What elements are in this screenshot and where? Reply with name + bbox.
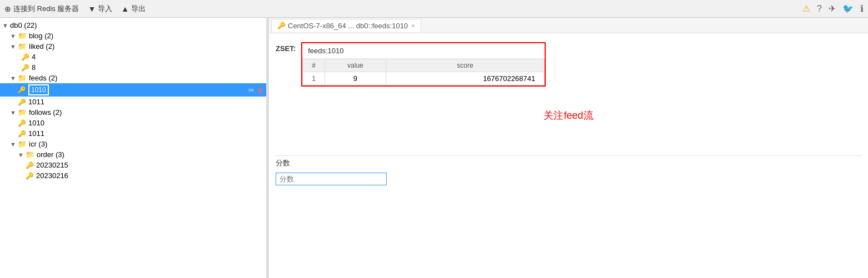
key-icon-order-2: 🔑 xyxy=(26,172,34,180)
score-section-label: 分数 xyxy=(276,155,861,170)
import-button[interactable]: ▼ 导入 xyxy=(88,4,112,14)
sidebar-item-order[interactable]: ▼ 📁 order (3) xyxy=(0,149,266,160)
key-icon-order-1: 🔑 xyxy=(26,161,34,169)
folder-icon-follows: 📁 xyxy=(18,108,27,117)
sidebar: ▼ db0 (22) ▼ 📁 blog (2) ▼ 📁 liked (2) 🔑 … xyxy=(0,18,267,278)
edit-icon-feeds-1010[interactable]: ✏ xyxy=(248,86,255,94)
folder-icon-order: 📁 xyxy=(26,150,34,159)
follows-label: follows (2) xyxy=(29,108,264,117)
import-label: 导入 xyxy=(98,4,112,14)
key-icon-feeds-1010: 🔑 xyxy=(18,86,26,94)
key-icon-liked-8: 🔑 xyxy=(21,64,29,72)
col-value: value xyxy=(325,59,386,72)
arrow-icr: ▼ xyxy=(10,141,18,148)
tab-bar: 🔑 CentOS-7-x86_64 ... db0::feeds:1010 × xyxy=(269,18,868,33)
annotation-text: 关注feed流 xyxy=(276,109,861,122)
row-score: 1676702268741 xyxy=(386,72,544,85)
export-icon: ▲ xyxy=(121,4,129,13)
warning-icon[interactable]: ⚠ xyxy=(802,3,810,14)
arrow-db0: ▼ xyxy=(2,22,10,29)
zset-wrapper: ZSET: feeds:1010 # value score xyxy=(276,38,861,87)
score-input[interactable] xyxy=(276,173,387,185)
order-key1-label: 20230215 xyxy=(36,161,264,169)
sidebar-item-follows-1011[interactable]: 🔑 1011 xyxy=(0,128,266,139)
row-value[interactable]: 9 xyxy=(325,72,386,85)
sidebar-item-blog[interactable]: ▼ 📁 blog (2) xyxy=(0,31,266,41)
delete-icon-feeds-1010[interactable]: 🗑 xyxy=(257,86,264,94)
sidebar-item-icr[interactable]: ▼ 📁 icr (3) xyxy=(0,139,266,149)
help-icon[interactable]: ? xyxy=(817,4,822,14)
export-label: 导出 xyxy=(131,4,146,14)
import-icon: ▼ xyxy=(88,4,96,13)
sidebar-item-liked-4[interactable]: 🔑 4 xyxy=(0,52,266,62)
connect-label: 连接到 Redis 服务器 xyxy=(13,4,79,14)
toolbar-right: ⚠ ? ✈ 🐦 ℹ xyxy=(802,3,864,14)
key-icon-feeds-1011: 🔑 xyxy=(18,98,26,106)
main-layout: ▼ db0 (22) ▼ 📁 blog (2) ▼ 📁 liked (2) 🔑 … xyxy=(0,18,868,278)
liked-key2-label: 8 xyxy=(32,63,264,72)
col-score: score xyxy=(386,59,544,72)
toolbar: ⊕ 连接到 Redis 服务器 ▼ 导入 ▲ 导出 ⚠ ? ✈ 🐦 ℹ xyxy=(0,0,868,18)
sidebar-item-feeds-1011[interactable]: 🔑 1011 xyxy=(0,97,266,107)
zset-key-name: feeds:1010 xyxy=(308,47,343,55)
folder-icon-icr: 📁 xyxy=(18,140,27,148)
table-row: 1 9 1676702268741 xyxy=(303,72,545,85)
key-icon-liked-4: 🔑 xyxy=(21,53,29,61)
liked-label: liked (2) xyxy=(29,42,264,50)
order-key2-label: 20230216 xyxy=(36,171,264,180)
folder-icon-liked: 📁 xyxy=(18,42,27,50)
tab-key-icon: 🔑 xyxy=(277,22,286,29)
order-label: order (3) xyxy=(37,150,264,159)
folder-icon-blog: 📁 xyxy=(18,32,27,40)
feeds-label: feeds (2) xyxy=(29,74,264,82)
row-num: 1 xyxy=(303,72,325,85)
sidebar-item-follows-1010[interactable]: 🔑 1010 xyxy=(0,118,266,128)
content-panel: 🔑 CentOS-7-x86_64 ... db0::feeds:1010 × … xyxy=(269,18,868,278)
tab-close-button[interactable]: × xyxy=(411,22,415,29)
export-button[interactable]: ▲ 导出 xyxy=(121,4,146,14)
telegram-icon[interactable]: ✈ xyxy=(829,3,836,14)
key-icon-follows-1011: 🔑 xyxy=(18,130,26,138)
sidebar-item-follows[interactable]: ▼ 📁 follows (2) xyxy=(0,107,266,118)
arrow-feeds: ▼ xyxy=(10,75,18,82)
arrow-liked: ▼ xyxy=(10,43,18,50)
connect-icon: ⊕ xyxy=(4,4,11,13)
feeds-1010-box: 1010 xyxy=(28,84,49,95)
follows-key1-label: 1010 xyxy=(28,119,264,127)
tree-actions-feeds-1010: ✏ 🗑 xyxy=(248,86,264,94)
feeds-key2-label: 1011 xyxy=(28,98,264,106)
follows-key2-label: 1011 xyxy=(28,129,264,138)
zset-type-label-container: ZSET: xyxy=(276,38,301,53)
db0-label: db0 (22) xyxy=(10,21,37,29)
tab-label: CentOS-7-x86_64 ... db0::feeds:1010 xyxy=(288,22,408,30)
twitter-icon[interactable]: 🐦 xyxy=(842,3,854,14)
arrow-blog: ▼ xyxy=(10,33,18,39)
zset-table-container: feeds:1010 # value score 1 xyxy=(301,42,546,87)
sidebar-item-feeds[interactable]: ▼ 📁 feeds (2) xyxy=(0,73,266,83)
connect-redis-button[interactable]: ⊕ 连接到 Redis 服务器 xyxy=(4,4,79,14)
zset-header: feeds:1010 xyxy=(302,43,545,59)
sidebar-item-order-20230215[interactable]: 🔑 20230215 xyxy=(0,160,266,170)
arrow-follows: ▼ xyxy=(10,109,18,116)
blog-label: blog (2) xyxy=(29,32,264,40)
tab-feeds-1010[interactable]: 🔑 CentOS-7-x86_64 ... db0::feeds:1010 × xyxy=(271,19,421,32)
sidebar-item-db0[interactable]: ▼ db0 (22) xyxy=(0,20,266,31)
info-icon[interactable]: ℹ xyxy=(860,3,864,14)
zset-data-table: # value score 1 9 1676702268741 xyxy=(302,59,545,85)
sidebar-item-liked[interactable]: ▼ 📁 liked (2) xyxy=(0,41,266,52)
arrow-order: ▼ xyxy=(18,151,26,158)
sidebar-item-liked-8[interactable]: 🔑 8 xyxy=(0,62,266,73)
content-area: ZSET: feeds:1010 # value score xyxy=(269,33,868,278)
key-icon-follows-1010: 🔑 xyxy=(18,119,26,127)
sidebar-item-feeds-1010[interactable]: 🔑 1010 ✏ 🗑 xyxy=(0,83,266,97)
zset-type-label: ZSET: xyxy=(276,44,296,53)
col-hash: # xyxy=(303,59,325,72)
liked-key1-label: 4 xyxy=(32,53,264,61)
sidebar-item-order-20230216[interactable]: 🔑 20230216 xyxy=(0,170,266,181)
icr-label: icr (3) xyxy=(29,140,264,148)
folder-icon-feeds: 📁 xyxy=(18,74,27,82)
